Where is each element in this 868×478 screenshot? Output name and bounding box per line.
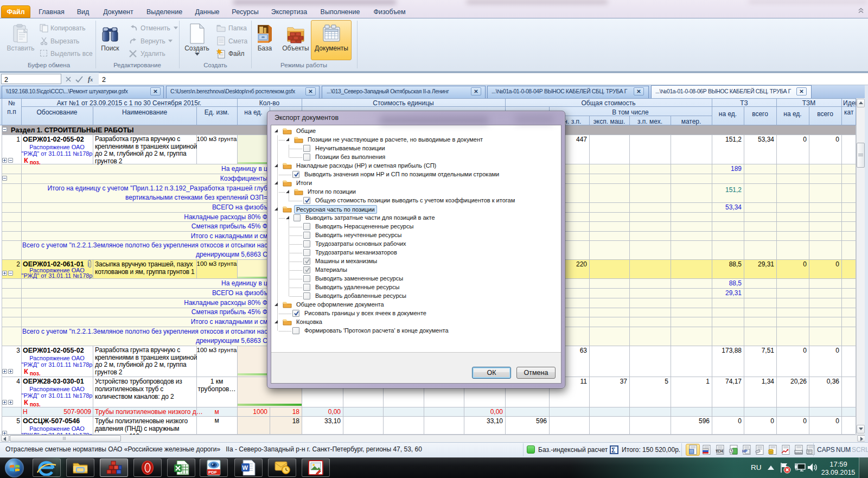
svg-text:PDF: PDF xyxy=(208,470,217,475)
svg-text:ТСН: ТСН xyxy=(716,449,723,453)
svg-text:НР: НР xyxy=(742,449,748,453)
svg-text:W: W xyxy=(242,464,248,471)
